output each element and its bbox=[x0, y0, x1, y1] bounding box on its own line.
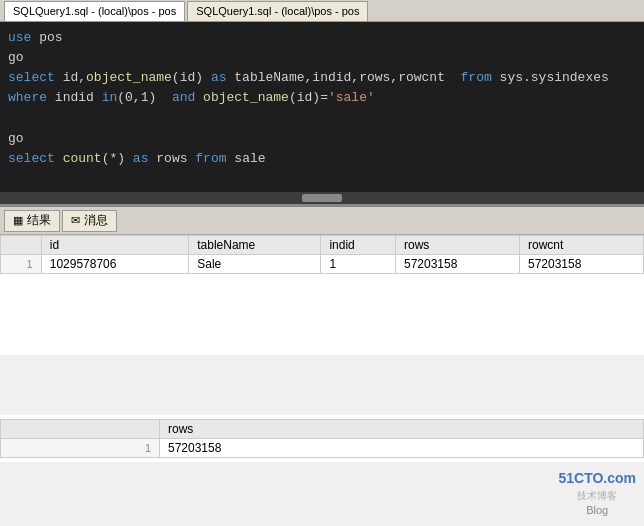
result-header-row-2: rows bbox=[1, 420, 644, 439]
col-header-tablename: tableName bbox=[189, 236, 321, 255]
cell-indid: 1 bbox=[321, 255, 396, 274]
sql-code: use pos go select id,object_name(id) as … bbox=[8, 28, 636, 169]
result-header-row-1: id tableName indid rows rowcnt bbox=[1, 236, 644, 255]
col-header-rownum-2 bbox=[1, 420, 160, 439]
results-tab-button[interactable]: ▦ 结果 bbox=[4, 210, 60, 232]
col-header-rowcnt: rowcnt bbox=[519, 236, 643, 255]
watermark-blog: Blog bbox=[558, 503, 636, 518]
result-data-row-2: 1 57203158 bbox=[1, 439, 644, 458]
cell-rows-2: 57203158 bbox=[160, 439, 644, 458]
col-header-rownum bbox=[1, 236, 42, 255]
tabs-bar: SQLQuery1.sql - (local)\pos - pos SQLQue… bbox=[0, 0, 644, 22]
result-table-1: id tableName indid rows rowcnt 1 1029578… bbox=[0, 235, 644, 274]
messages-label: 消息 bbox=[84, 212, 108, 229]
col-header-rows: rows bbox=[396, 236, 520, 255]
messages-icon: ✉ bbox=[71, 214, 80, 227]
tab-2-label: SQLQuery1.sql - (local)\pos - pos bbox=[196, 5, 359, 17]
sql-editor[interactable]: use pos go select id,object_name(id) as … bbox=[0, 22, 644, 207]
results-icon: ▦ bbox=[13, 214, 23, 227]
editor-scrollbar[interactable] bbox=[0, 192, 644, 204]
result-data-row-1: 1 1029578706 Sale 1 57203158 57203158 bbox=[1, 255, 644, 274]
results-label: 结果 bbox=[27, 212, 51, 229]
spacer bbox=[0, 355, 644, 415]
cell-rowcnt: 57203158 bbox=[519, 255, 643, 274]
results-toolbar: ▦ 结果 ✉ 消息 bbox=[0, 207, 644, 235]
watermark-sub: 技术博客 bbox=[558, 489, 636, 503]
col-header-indid: indid bbox=[321, 236, 396, 255]
row-num-1: 1 bbox=[1, 255, 42, 274]
tab-2[interactable]: SQLQuery1.sql - (local)\pos - pos bbox=[187, 1, 368, 21]
row-num-2: 1 bbox=[1, 439, 160, 458]
messages-tab-button[interactable]: ✉ 消息 bbox=[62, 210, 117, 232]
watermark-brand: 51CTO.com bbox=[558, 469, 636, 489]
cell-rows: 57203158 bbox=[396, 255, 520, 274]
result-grid-1: id tableName indid rows rowcnt 1 1029578… bbox=[0, 235, 644, 355]
tab-1[interactable]: SQLQuery1.sql - (local)\pos - pos bbox=[4, 1, 185, 21]
result-table-2: rows 1 57203158 bbox=[0, 419, 644, 458]
col-header-id: id bbox=[41, 236, 189, 255]
editor-scrollbar-thumb bbox=[302, 194, 342, 202]
col-header-rows-2: rows bbox=[160, 420, 644, 439]
watermark: 51CTO.com 技术博客 Blog bbox=[558, 469, 636, 518]
tab-1-label: SQLQuery1.sql - (local)\pos - pos bbox=[13, 5, 176, 17]
cell-tablename: Sale bbox=[189, 255, 321, 274]
result-grid-2: rows 1 57203158 bbox=[0, 415, 644, 462]
cell-id: 1029578706 bbox=[41, 255, 189, 274]
